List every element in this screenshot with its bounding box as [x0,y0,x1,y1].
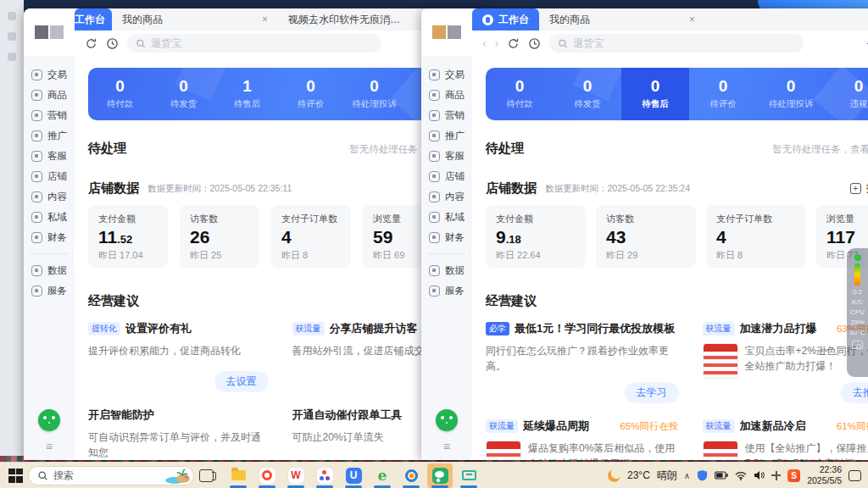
data-card[interactable]: 支付子订单数 4 昨日 8 [706,205,806,268]
go-promote-button[interactable]: 去推广 [841,382,868,403]
banner-stat[interactable]: 0 待处理投诉 [342,68,406,120]
sidebar-item[interactable]: 服务 [421,280,472,301]
sidebar-item[interactable]: 财务 [24,227,75,247]
hamburger-menu-icon[interactable]: ≡ [443,440,450,453]
tab-workbench[interactable]: 工作台 [472,8,539,30]
weather-condition[interactable]: 晴朗 [657,469,677,483]
temperature: 60°C [850,329,865,336]
sidebar-item[interactable]: 客服 [24,146,75,166]
sidebar-item[interactable]: 商品 [421,85,472,105]
tri-dot-app-icon[interactable] [312,463,337,488]
banner-stat[interactable]: 0 违规 [825,68,868,120]
wechat-icon[interactable] [427,463,453,488]
weather-temp[interactable]: 23°C [627,469,650,481]
sidebar-item[interactable]: 交易 [24,64,75,85]
tab-watermark-remover[interactable]: 视频去水印软件无痕消除文...× [278,8,444,30]
tab-my-products[interactable]: 我的商品× [539,8,705,30]
sidebar-item[interactable]: 推广 [24,125,75,146]
search-bar[interactable] [127,34,381,53]
taskbar-search-input[interactable] [53,469,138,481]
assistant-avatar[interactable] [38,409,60,431]
nav-back-icon[interactable]: ‹ [482,37,487,49]
data-card[interactable]: 支付子订单数 4 昨日 8 [271,205,351,268]
sidebar-item[interactable]: 推广 [421,125,472,146]
volume-icon[interactable] [754,470,765,480]
wifi-icon[interactable] [735,471,747,480]
refresh-icon[interactable] [507,37,520,50]
banner-stat[interactable]: 1 待售后 [215,68,279,120]
wps-icon[interactable]: W [283,463,309,488]
search-input[interactable] [574,37,796,49]
data-card[interactable]: 支付金额 11.52 昨日 17.04 [88,205,168,268]
go-learn-button[interactable]: 去学习 [625,382,679,403]
input-method-icon[interactable] [771,471,781,480]
search-bar[interactable] [549,34,804,53]
sidebar-item[interactable]: 私域 [24,207,75,227]
sidebar-item[interactable]: 服务 [24,280,75,301]
banner-stat[interactable]: 0 待付款 [88,68,152,120]
sidebar-item[interactable]: 交易 [421,64,472,85]
tag-badge: 提转化 [88,322,120,336]
sidebar-item[interactable]: 店铺 [24,166,75,186]
assistant-avatar[interactable] [436,409,458,431]
u-shield-app-icon[interactable]: U [341,463,366,488]
history-clock-icon[interactable] [528,37,541,50]
tab-close-icon[interactable]: × [689,14,695,25]
nav-forward-icon[interactable]: › [495,37,499,49]
tab-workbench[interactable]: 工作台 [75,8,112,30]
sidebar-item[interactable]: 私域 [421,207,472,227]
sidebar-item[interactable]: 数据 [421,260,472,280]
banner-stat[interactable]: 0 待评价 [689,68,757,120]
history-clock-icon[interactable] [106,37,119,50]
sync-app-icon[interactable] [398,463,424,488]
data-card[interactable]: 访客数 43 昨日 29 [596,205,696,268]
sidebar-item[interactable]: 店铺 [421,166,472,186]
green-e-browser-icon[interactable]: e [370,463,395,488]
tab-my-products[interactable]: 我的商品× [112,8,278,30]
background-window-edge [0,0,24,462]
screenshot-icon[interactable] [852,341,863,349]
sidebar-item[interactable]: 内容 [421,186,472,207]
banner-stat[interactable]: 0 待处理投诉 [757,68,825,120]
task-view-icon[interactable] [199,469,214,482]
taskbar-clock[interactable]: 22:36 2025/5/5 [807,464,842,486]
system-tray: 23°C 晴朗 ∧ S 22:36 2025/5/5 [608,464,861,486]
sidebar-item[interactable]: 财务 [421,227,472,247]
sidebar-item[interactable]: 商品 [24,85,75,105]
refresh-icon[interactable] [85,37,97,50]
battery-icon[interactable] [715,471,728,480]
menu-icon [429,232,440,243]
go-settings-button[interactable]: 去设置 [214,371,269,392]
data-card[interactable]: 访客数 26 昨日 25 [180,205,259,268]
menu-icon [429,151,440,162]
file-explorer-icon[interactable] [225,463,251,488]
tab-close-icon[interactable]: × [262,14,268,25]
add-indicator-icon[interactable]: + [850,183,861,194]
sidebar-item[interactable]: 内容 [24,186,75,207]
data-card[interactable]: 支付金额 9.18 昨日 22.64 [486,205,586,268]
hidden-icons-caret[interactable]: ∧ [684,471,690,480]
banner-stat[interactable]: 0 待评价 [279,68,342,120]
search-input[interactable] [151,37,373,49]
sidebar-item[interactable]: 营销 [24,105,75,125]
security-shield-icon[interactable] [697,469,708,481]
hamburger-menu-icon[interactable]: ≡ [46,440,53,453]
sidebar-item[interactable]: 客服 [421,146,472,166]
sidebar-item[interactable]: 数据 [24,260,75,280]
taskbar-search[interactable] [28,466,194,485]
suggestions-grid: 提转化设置评价有礼 提升评价积累能力，促进商品转化 去设置 获流量分享店铺提升访… [88,321,472,460]
red-ring-app-icon[interactable] [254,463,280,488]
banner-stat[interactable]: 0 待售后 [621,68,689,120]
weather-moon-icon[interactable] [608,469,620,482]
search-icon [136,38,146,49]
notification-center-icon[interactable] [849,470,861,481]
sidebar-item[interactable]: 营销 [421,105,472,125]
banner-stat[interactable]: 0 待发货 [152,68,215,120]
banner-stat[interactable]: 0 待付款 [486,68,554,120]
banner-stat[interactable]: 0 待发货 [554,68,621,120]
start-button[interactable] [8,469,23,483]
sogou-input-icon[interactable]: S [787,469,800,482]
system-monitor-widget[interactable]: 0.2 K/S CPU 29% 60°C [847,248,868,377]
screen-mirror-icon[interactable] [456,463,481,488]
todo-empty-text[interactable]: 暂无待处理任务，查看全部› [772,143,868,156]
